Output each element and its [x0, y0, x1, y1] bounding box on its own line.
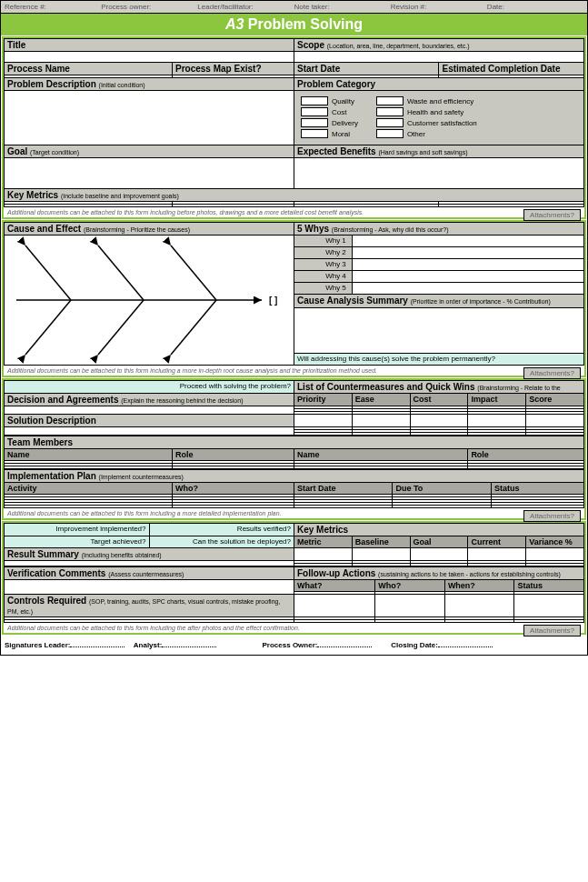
counter-hdr: List of Countermeasures and Quick Wins (… — [294, 381, 584, 394]
customer-box[interactable] — [376, 118, 404, 127]
pcat-hdr: Problem Category — [294, 78, 583, 91]
title-input[interactable] — [5, 52, 294, 63]
other-box[interactable] — [376, 129, 404, 138]
goal-hdr: Goal (Target condition) — [5, 145, 294, 158]
benefits-input[interactable] — [294, 158, 583, 189]
svg-line-3 — [171, 246, 216, 300]
moral-box[interactable] — [301, 129, 328, 138]
svg-line-1 — [25, 246, 71, 300]
benefits-hdr: Expected Benefits (Hard savings and soft… — [294, 145, 583, 158]
notetaker-label: Note taker: — [294, 3, 391, 11]
scope-input[interactable] — [294, 52, 583, 63]
svg-line-4 — [25, 300, 71, 355]
sol-input[interactable] — [5, 427, 294, 436]
rev-label: Revision #: — [391, 3, 487, 11]
scope-hdr: Scope (Location, area, line, department,… — [294, 39, 583, 52]
fishbone-area: [ ] — [5, 236, 294, 366]
why4-input[interactable] — [352, 270, 583, 282]
att-button[interactable]: Attachments? — [523, 367, 581, 379]
banner: A3 Problem Solving — [1, 14, 587, 35]
att-button[interactable]: Attachments? — [523, 209, 581, 221]
dec-input[interactable] — [5, 406, 294, 415]
pcat-area: Quality Cost Delivery Moral Waste and ef… — [294, 91, 583, 145]
s4-note: Additional documents can be attached to … — [4, 623, 584, 633]
vc-input[interactable] — [5, 580, 294, 595]
svg-line-6 — [171, 300, 216, 355]
whys-hdr: 5 Whys (Brainstorming - Ask, why did thi… — [294, 223, 584, 236]
owner-label: Process owner: — [101, 3, 197, 11]
leader-label: Leader/facilitator: — [197, 3, 294, 11]
s2-note: Additional documents can be attached to … — [4, 366, 584, 376]
s3-note: Additional documents can be attached to … — [4, 508, 584, 518]
pname-hdr: Process Name — [5, 63, 173, 75]
att-button[interactable]: Attachments? — [523, 510, 581, 522]
ref-label: Reference #: — [5, 3, 101, 11]
att-button[interactable]: Attachments? — [523, 625, 581, 636]
metrics-hdr: Key Metrics (Include baseline and improv… — [5, 189, 584, 202]
delivery-box[interactable] — [301, 118, 328, 127]
fa-hdr: Follow-up Actions (sustaining actions to… — [294, 567, 584, 580]
why1-input[interactable] — [352, 236, 583, 247]
health-box[interactable] — [376, 107, 404, 116]
section-define: Title Scope (Location, area, line, depar… — [2, 36, 586, 219]
svg-line-2 — [98, 246, 144, 300]
cost-box[interactable] — [301, 107, 328, 116]
rs-input[interactable] — [5, 561, 294, 566]
vc-hdr: Verification Comments (Assess countermea… — [5, 567, 294, 580]
summary-hdr: Cause Analysis Summary (Prioritize in or… — [294, 294, 584, 307]
goal-input[interactable] — [5, 158, 294, 189]
why5-input[interactable] — [352, 282, 583, 294]
waste-box[interactable] — [376, 96, 404, 105]
s1-note: Additional documents can be attached to … — [4, 207, 584, 217]
signature-row: Signatures Leader: Analyst: Process Owne… — [1, 636, 523, 655]
date-label: Date: — [487, 3, 583, 11]
cr-hdr: Controls Required (SOP, training, audits… — [5, 595, 294, 617]
km-hdr: Key Metrics — [294, 524, 584, 536]
team-hdr: Team Members — [5, 436, 584, 449]
sol-hdr: Solution Description — [5, 415, 294, 427]
pdesc-input[interactable] — [5, 91, 294, 145]
title-hdr: Title — [5, 39, 294, 52]
sdate-hdr: Start Date — [294, 63, 439, 75]
svg-line-5 — [98, 300, 144, 355]
pmap-hdr: Process Map Exist? — [173, 63, 294, 75]
section-verify: Improvement implemented? Results verifie… — [2, 521, 586, 635]
permanent-q: Will addressing this cause(s) solve the … — [294, 353, 584, 365]
rs-hdr: Result Summary (Including benefits obtai… — [5, 548, 294, 561]
meta-row: Reference #: Process owner: Leader/facil… — [1, 1, 587, 14]
plan-hdr: Implementation Plan (Implement counterme… — [5, 470, 584, 483]
fishbone-icon: [ ] — [7, 236, 289, 364]
proceed-q: Proceed with solving the problem? — [5, 381, 294, 394]
section-plan: Proceed with solving the problem? List o… — [2, 378, 586, 520]
cause-hdr: Cause and Effect (Brainstorming - Priori… — [5, 223, 294, 236]
summary-input[interactable] — [294, 307, 584, 353]
section-analyze: Cause and Effect (Brainstorming - Priori… — [2, 220, 586, 377]
quality-box[interactable] — [301, 96, 328, 105]
svg-text:[     ]: [ ] — [269, 296, 277, 306]
pdesc-hdr: Problem Description (Initial condition) — [5, 78, 294, 91]
why3-input[interactable] — [352, 258, 583, 270]
dec-hdr: Decision and Agreements (Explain the rea… — [5, 394, 294, 406]
edate-hdr: Estimated Completion Date — [439, 63, 584, 75]
why2-input[interactable] — [352, 246, 583, 258]
